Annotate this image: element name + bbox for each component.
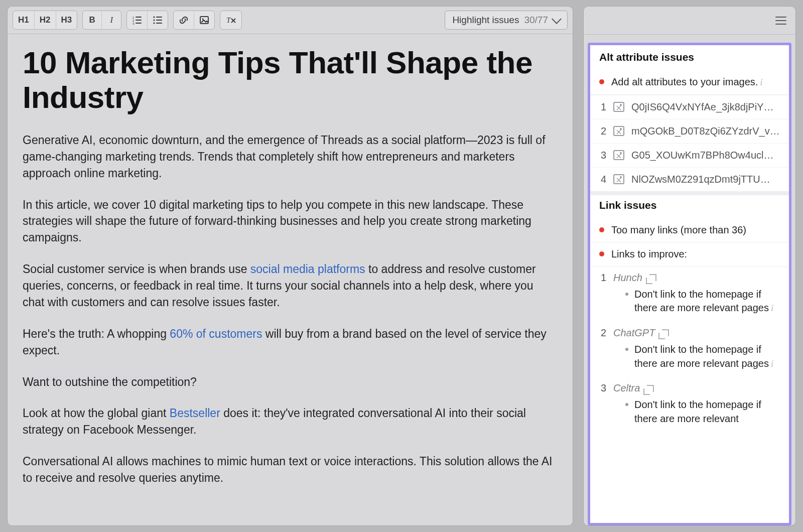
filename: mQGOkB_D0T8zQi6ZYzdrV_v…	[631, 125, 780, 137]
article-paragraph[interactable]: Want to outshine the competition?	[23, 374, 558, 390]
ordered-list-icon: 123	[132, 16, 142, 25]
link-name: Hunch	[613, 272, 642, 284]
section-title: Link issues	[590, 195, 789, 218]
clear-format-button[interactable]: T	[220, 11, 241, 29]
external-link-icon[interactable]	[662, 329, 669, 336]
svg-point-13	[202, 19, 204, 20]
menu-icon[interactable]	[775, 17, 786, 25]
document-body[interactable]: 10 Marketing Tips That'll Shape the Indu…	[8, 34, 573, 525]
svg-point-11	[154, 22, 155, 24]
bullet-icon	[625, 348, 628, 351]
image-icon	[613, 102, 624, 112]
external-link-icon[interactable]	[649, 274, 656, 281]
error-dot-icon	[599, 251, 604, 256]
section-title: Alt attribute issues	[590, 47, 789, 70]
editor-toolbar: H1 H2 H3 B I 123	[8, 7, 573, 34]
h3-button[interactable]: H3	[56, 11, 77, 29]
article-title[interactable]: 10 Marketing Tips That'll Shape the Indu…	[23, 45, 558, 115]
sidebar-header	[584, 7, 795, 35]
list-group: 123	[126, 11, 168, 30]
highlighted-text: Want to outshine the competition?	[23, 375, 197, 388]
article-paragraph[interactable]: Social customer service is when brands u…	[23, 261, 558, 311]
clear-format-icon: T	[225, 16, 236, 25]
issues-content: Alt attribute issues Add alt attributes …	[588, 43, 791, 525]
link-improve-item[interactable]: 1 Hunch Don't link to the homepage if th…	[590, 267, 789, 322]
link-improve-item[interactable]: 2 ChatGPT Don't link to the homepage if …	[590, 322, 789, 377]
italic-button[interactable]: I	[102, 11, 121, 29]
article-paragraph[interactable]: Generative AI, economic downturn, and th…	[23, 132, 558, 182]
svg-text:T: T	[226, 16, 231, 24]
image-issue-item[interactable]: 1 Q0jIS6Q4VxNYfAe_3jk8djPiY…	[590, 95, 789, 119]
filename: NlOZwsM0Z291qzDmt9jTTU…	[631, 174, 780, 185]
inline-link[interactable]: 60% of customers	[170, 327, 262, 340]
bold-button[interactable]: B	[83, 11, 102, 29]
image-button[interactable]	[194, 11, 214, 29]
issue-text: Too many links (more than 36)	[611, 223, 780, 237]
info-icon[interactable]: i	[771, 302, 773, 315]
article-paragraph[interactable]: Here's the truth: A whopping 60% of cust…	[23, 326, 558, 359]
image-issue-item[interactable]: 2 mQGOkB_D0T8zQi6ZYzdrV_v…	[590, 119, 789, 143]
error-dot-icon	[599, 79, 604, 84]
inline-link[interactable]: Bestseller	[170, 407, 220, 420]
alt-issues-section: Alt attribute issues Add alt attributes …	[590, 47, 789, 195]
bullet-icon	[625, 293, 628, 296]
clear-group: T	[220, 11, 242, 30]
issue-row[interactable]: Too many links (more than 36)	[590, 218, 789, 243]
inline-link[interactable]: social media platforms	[250, 262, 365, 276]
svg-point-9	[154, 16, 155, 18]
unordered-list-icon	[153, 16, 163, 25]
link-name: Celtra	[613, 382, 640, 394]
filename: Q0jIS6Q4VxNYfAe_3jk8djPiY…	[631, 101, 780, 113]
link-advice: Don't link to the homepage if there are …	[599, 339, 780, 374]
issues-sidebar: Alt attribute issues Add alt attributes …	[583, 6, 796, 526]
link-name: ChatGPT	[613, 327, 655, 339]
chevron-down-icon	[552, 14, 562, 24]
info-icon[interactable]: i	[771, 358, 773, 370]
image-icon	[613, 126, 624, 136]
link-button[interactable]	[174, 11, 194, 29]
info-icon[interactable]: i	[760, 76, 762, 89]
article-paragraph[interactable]: Conversational AI allows machines to mim…	[23, 453, 558, 486]
error-dot-icon	[599, 227, 604, 232]
editor-panel: H1 H2 H3 B I 123	[7, 6, 573, 526]
filename: G05_XOUwKm7BPh8Ow4ucl…	[631, 150, 780, 161]
svg-point-10	[154, 19, 155, 21]
image-icon	[613, 174, 624, 184]
image-icon	[613, 150, 624, 160]
highlight-issues-count: 30/77	[524, 15, 548, 26]
link-issues-section: Link issues Too many links (more than 36…	[590, 195, 789, 433]
link-advice: Don't link to the homepage if there are …	[599, 394, 780, 430]
app-root: H1 H2 H3 B I 123	[0, 0, 803, 532]
image-issue-item[interactable]: 4 NlOZwsM0Z291qzDmt9jTTU…	[590, 167, 789, 191]
image-icon	[199, 16, 209, 25]
link-advice: Don't link to the homepage if there are …	[599, 284, 780, 319]
format-group: B I	[82, 11, 121, 30]
highlight-issues-dropdown[interactable]: Highlight issues 30/77	[445, 11, 568, 30]
issue-row[interactable]: Links to improve:	[590, 242, 789, 267]
h1-button[interactable]: H1	[13, 11, 35, 29]
highlight-issues-label: Highlight issues	[452, 15, 519, 26]
insert-group	[173, 11, 215, 30]
issue-text: Add alt attributes to your images.i	[611, 75, 780, 89]
svg-text:3: 3	[132, 22, 135, 25]
article-paragraph[interactable]: Look at how the global giant Bestseller …	[23, 405, 558, 438]
link-icon	[179, 16, 189, 25]
link-improve-item[interactable]: 3 Celtra Don't link to the homepage if t…	[590, 377, 789, 433]
issue-text: Links to improve:	[611, 247, 780, 261]
article-paragraph[interactable]: In this article, we cover 10 digital mar…	[23, 197, 558, 246]
external-link-icon[interactable]	[647, 385, 654, 392]
heading-group: H1 H2 H3	[13, 11, 77, 30]
issue-row[interactable]: Add alt attributes to your images.i	[590, 70, 789, 95]
unordered-list-button[interactable]	[148, 11, 168, 29]
ordered-list-button[interactable]: 123	[127, 11, 148, 29]
bullet-icon	[625, 403, 628, 406]
image-issue-item[interactable]: 3 G05_XOUwKm7BPh8Ow4ucl…	[590, 143, 789, 167]
h2-button[interactable]: H2	[35, 11, 56, 29]
